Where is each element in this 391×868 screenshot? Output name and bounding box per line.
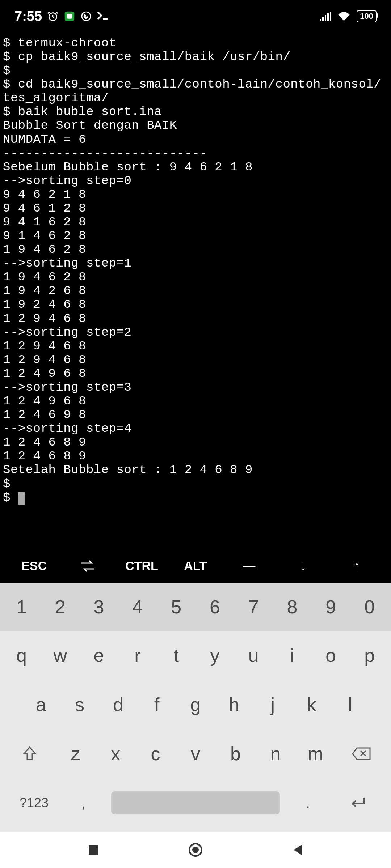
signal-icon bbox=[320, 12, 331, 21]
terminal-prompt-icon bbox=[97, 11, 110, 21]
period-key[interactable]: . bbox=[289, 785, 327, 821]
enter-key[interactable] bbox=[327, 785, 387, 821]
space-key[interactable] bbox=[102, 785, 289, 821]
key-v[interactable]: v bbox=[176, 736, 215, 772]
terminal-cursor bbox=[18, 492, 25, 505]
svg-rect-6 bbox=[322, 17, 324, 21]
status-left: 7:55 bbox=[14, 9, 110, 24]
key-o[interactable]: o bbox=[311, 637, 350, 673]
minus-key[interactable]: — bbox=[222, 559, 276, 573]
kb-number-row: 1234567890 bbox=[0, 583, 391, 631]
key-k[interactable]: k bbox=[292, 686, 331, 723]
alt-key[interactable]: ALT bbox=[169, 559, 223, 573]
svg-rect-10 bbox=[89, 845, 98, 855]
key-h[interactable]: h bbox=[215, 686, 253, 723]
svg-rect-4 bbox=[103, 18, 108, 20]
status-bar: 7:55 100 bbox=[0, 0, 391, 33]
svg-point-3 bbox=[82, 12, 91, 21]
svg-rect-7 bbox=[325, 15, 326, 21]
key-l[interactable]: l bbox=[331, 686, 369, 723]
key-b[interactable]: b bbox=[215, 736, 255, 772]
key-4[interactable]: 4 bbox=[118, 592, 157, 621]
app-icon bbox=[64, 10, 75, 22]
key-s[interactable]: s bbox=[60, 686, 99, 723]
backspace-key[interactable] bbox=[335, 736, 387, 772]
whatsapp-icon bbox=[80, 10, 92, 22]
svg-rect-2 bbox=[67, 14, 72, 18]
key-t[interactable]: t bbox=[157, 637, 196, 673]
key-8[interactable]: 8 bbox=[273, 592, 312, 621]
wifi-icon bbox=[338, 12, 350, 21]
key-e[interactable]: e bbox=[80, 637, 118, 673]
svg-rect-8 bbox=[327, 13, 329, 21]
soft-keyboard: 1234567890 qwertyuiop asdfghjkl zxcvbnm … bbox=[0, 583, 391, 832]
tab-key[interactable] bbox=[61, 559, 115, 573]
terminal-output[interactable]: $ termux-chroot $ cp baik9_source_small/… bbox=[0, 33, 391, 549]
mode-key[interactable]: ?123 bbox=[4, 785, 64, 821]
key-d[interactable]: d bbox=[99, 686, 138, 723]
key-2[interactable]: 2 bbox=[41, 592, 80, 621]
key-a[interactable]: a bbox=[22, 686, 60, 723]
kb-top-row: qwertyuiop bbox=[0, 631, 391, 680]
key-1[interactable]: 1 bbox=[2, 592, 41, 621]
key-c[interactable]: c bbox=[135, 736, 175, 772]
extra-keys-toolbar: ESC CTRL ALT — ↓ ↑ bbox=[0, 549, 391, 583]
key-w[interactable]: w bbox=[41, 637, 80, 673]
key-6[interactable]: 6 bbox=[196, 592, 234, 621]
key-y[interactable]: y bbox=[196, 637, 234, 673]
back-button[interactable] bbox=[291, 843, 304, 857]
key-f[interactable]: f bbox=[138, 686, 176, 723]
svg-rect-5 bbox=[320, 19, 321, 21]
kb-last-row: ?123 , . bbox=[0, 778, 391, 832]
shift-key[interactable] bbox=[4, 736, 56, 772]
battery-indicator: 100 bbox=[357, 10, 377, 22]
key-g[interactable]: g bbox=[176, 686, 215, 723]
home-button[interactable] bbox=[188, 842, 203, 858]
ctrl-key[interactable]: CTRL bbox=[115, 559, 169, 573]
key-j[interactable]: j bbox=[253, 686, 292, 723]
comma-key[interactable]: , bbox=[64, 785, 102, 821]
navigation-bar bbox=[0, 832, 391, 868]
key-5[interactable]: 5 bbox=[157, 592, 196, 621]
kb-middle-row: asdfghjkl bbox=[0, 680, 391, 729]
esc-key[interactable]: ESC bbox=[7, 559, 61, 573]
key-m[interactable]: m bbox=[295, 736, 335, 772]
key-n[interactable]: n bbox=[256, 736, 295, 772]
key-x[interactable]: x bbox=[96, 736, 135, 772]
recent-apps-button[interactable] bbox=[87, 844, 100, 856]
alarm-icon bbox=[47, 10, 59, 22]
key-i[interactable]: i bbox=[273, 637, 312, 673]
key-9[interactable]: 9 bbox=[311, 592, 350, 621]
svg-rect-9 bbox=[330, 12, 331, 21]
key-3[interactable]: 3 bbox=[80, 592, 118, 621]
key-7[interactable]: 7 bbox=[234, 592, 273, 621]
key-0[interactable]: 0 bbox=[350, 592, 389, 621]
status-time: 7:55 bbox=[14, 9, 42, 24]
key-z[interactable]: z bbox=[56, 736, 96, 772]
key-u[interactable]: u bbox=[234, 637, 273, 673]
down-key[interactable]: ↓ bbox=[276, 559, 330, 573]
key-r[interactable]: r bbox=[118, 637, 157, 673]
up-key[interactable]: ↑ bbox=[330, 559, 384, 573]
key-p[interactable]: p bbox=[350, 637, 389, 673]
key-q[interactable]: q bbox=[2, 637, 41, 673]
svg-point-12 bbox=[192, 847, 199, 853]
kb-bottom-row: zxcvbnm bbox=[0, 729, 391, 778]
status-right: 100 bbox=[320, 10, 377, 22]
